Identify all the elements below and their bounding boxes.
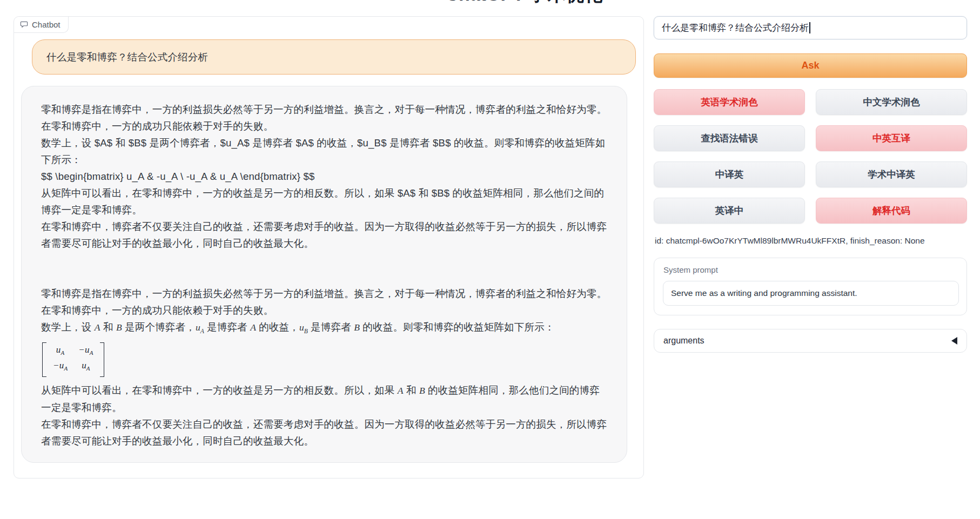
text-segment: 从矩阵中可以看出，在零和博弈中，一方的收益是另一方的相反数。所以，如果 <box>41 385 398 396</box>
system-prompt-label: System prompt <box>663 265 718 274</box>
math-var: uA <box>196 322 204 333</box>
text-segment: 和 <box>404 385 419 396</box>
matrix-left-bracket <box>42 342 46 378</box>
bot-message-bubble: 零和博弈是指在博弈中，一方的利益损失必然等于另一方的利益增益。换言之，对于每一种… <box>21 86 627 463</box>
arguments-accordion[interactable]: arguments <box>654 329 967 353</box>
chatbot-label-text: Chatbot <box>32 20 61 29</box>
quick-button-academic-zh-to-en[interactable]: 学术中译英 <box>816 161 967 187</box>
matrix-right-bracket <box>100 342 104 378</box>
payoff-matrix: uA −uA −uA uA <box>42 342 104 378</box>
matrix-cell: uA <box>78 359 93 375</box>
bot-rendered-para: 零和博弈是指在博弈中，一方的利益损失必然等于另一方的利益增益。换言之，对于每一种… <box>41 285 607 319</box>
chatbot-label: Chatbot <box>14 17 69 33</box>
user-message-bubble: 什么是零和博弈？结合公式介绍分析 <box>32 39 636 75</box>
ask-button[interactable]: Ask <box>654 53 967 78</box>
text-segment: 是博弈者 <box>308 321 354 333</box>
ask-button-label: Ask <box>801 60 819 71</box>
completion-status-line: id: chatcmpl-6wOo7KrYTwMl89lbrMWRu4UkFFX… <box>655 236 967 246</box>
text-caret <box>809 22 810 33</box>
quick-button-zh-en-mutual-translate[interactable]: 中英互译 <box>816 125 967 151</box>
system-prompt-value: Serve me as a writing and programming as… <box>671 288 857 298</box>
math-var: B <box>419 385 425 396</box>
math-var: A <box>398 385 404 396</box>
bot-raw-line: $$ \begin{bmatrix} u_A & -u_A \ -u_A & u… <box>41 168 607 185</box>
page-title: ChatGPT 学术优化 <box>65 0 980 5</box>
matrix-cell: −uA <box>78 343 93 359</box>
paragraph-gap <box>41 252 607 285</box>
question-input[interactable]: 什么是零和博弈？结合公式介绍分析 <box>654 16 967 39</box>
quick-button-zh-to-en[interactable]: 中译英 <box>654 161 805 187</box>
math-var: B <box>116 322 122 333</box>
bot-raw-line: 零和博弈是指在博弈中，一方的利益损失必然等于另一方的利益增益。换言之，对于每一种… <box>41 101 607 134</box>
text-segment: 的收益。则零和博弈的收益矩阵如下所示： <box>360 321 555 333</box>
collapse-arrow-icon <box>951 337 957 345</box>
bot-raw-line: 数学上，设 $A$ 和 $B$ 是两个博弈者，$u_A$ 是博弈者 $A$ 的收… <box>41 134 607 168</box>
chatbot-messages[interactable]: 什么是零和博弈？结合公式介绍分析 零和博弈是指在博弈中，一方的利益损失必然等于另… <box>14 31 643 478</box>
bot-raw-line: 从矩阵中可以看出，在零和博弈中，一方的收益是另一方的相反数。所以，如果 $A$ … <box>41 185 607 218</box>
question-input-value: 什么是零和博弈？结合公式介绍分析 <box>662 22 809 34</box>
text-segment: 和 <box>100 321 116 333</box>
system-prompt-group: System prompt Serve me as a writing and … <box>654 258 967 315</box>
math-var: uB <box>299 322 308 333</box>
quick-button-en-to-zh[interactable]: 英译中 <box>654 198 805 224</box>
math-var: B <box>354 322 360 333</box>
quick-button-chinese-academic-polish[interactable]: 中文学术润色 <box>816 89 967 115</box>
arguments-accordion-label: arguments <box>663 336 704 346</box>
system-prompt-input[interactable]: Serve me as a writing and programming as… <box>663 281 959 306</box>
chatbot-panel: Chatbot 什么是零和博弈？结合公式介绍分析 零和博弈是指在博弈中，一方的利… <box>14 16 644 478</box>
matrix-cell: uA <box>53 343 68 359</box>
matrix-cell: −uA <box>53 359 68 375</box>
math-var: A <box>250 322 256 333</box>
text-segment: 数学上，设 <box>41 321 95 333</box>
quick-button-find-grammar-errors[interactable]: 查找语法错误 <box>654 125 805 151</box>
quick-button-english-academic-polish[interactable]: 英语学术润色 <box>654 89 805 115</box>
bot-rendered-para: 从矩阵中可以看出，在零和博弈中，一方的收益是另一方的相反数。所以，如果 A 和 … <box>41 382 607 416</box>
quick-actions-grid: 英语学术润色 中文学术润色 查找语法错误 中英互译 中译英 学术中译英 英译中 … <box>654 89 967 224</box>
text-segment: 是博弈者 <box>204 321 250 333</box>
text-segment: 的收益， <box>256 321 299 333</box>
bot-raw-line: 在零和博弈中，博弈者不仅要关注自己的收益，还需要考虑对手的收益。因为一方取得的收… <box>41 218 607 252</box>
user-message-text: 什么是零和博弈？结合公式介绍分析 <box>46 51 208 63</box>
text-segment: 是两个博弈者， <box>122 321 196 333</box>
bot-rendered-mathline: 数学上，设 A 和 B 是两个博弈者，uA 是博弈者 A 的收益，uB 是博弈者… <box>41 319 607 340</box>
chat-bubble-icon <box>20 21 28 29</box>
bot-rendered-para: 在零和博弈中，博弈者不仅要关注自己的收益，还需要考虑对手的收益。因为一方取得的收… <box>41 416 607 449</box>
quick-button-explain-code[interactable]: 解释代码 <box>816 198 967 224</box>
math-var: A <box>95 322 100 333</box>
